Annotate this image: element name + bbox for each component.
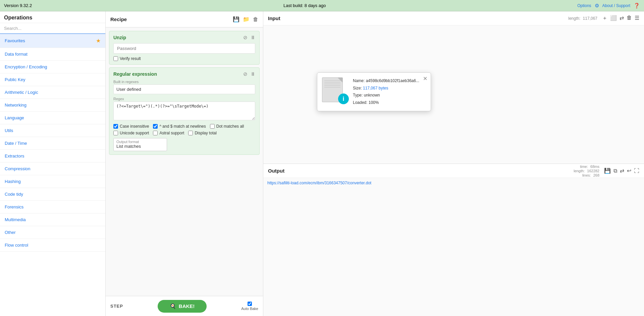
recipe-header: Recipe 💾 📁 🗑 bbox=[106, 11, 263, 27]
popup-type: Type: unknown bbox=[353, 92, 419, 99]
unicode-checkbox[interactable] bbox=[113, 131, 118, 135]
sidebar-item-forensics[interactable]: Forensics bbox=[0, 201, 105, 213]
unzip-disable-icon[interactable]: ⊘ bbox=[243, 35, 248, 41]
output-format-label: Output format bbox=[116, 140, 164, 144]
popup-close-icon[interactable]: ✕ bbox=[423, 75, 427, 82]
verify-result-checkbox[interactable] bbox=[113, 56, 118, 61]
expand-output-icon[interactable]: ⇄ bbox=[620, 168, 624, 174]
dot-all-checkbox[interactable] bbox=[210, 124, 215, 129]
recipe-body: Unzip ⊘ ⏸ Verify result Regular expr bbox=[106, 27, 263, 296]
dot-all-label: Dot matches all bbox=[216, 124, 244, 129]
sidebar-item-favourites[interactable]: Favourites★ bbox=[0, 34, 105, 48]
unicode-wrap: Unicode support bbox=[113, 131, 149, 135]
regex-actions: ⊘ ⏸ bbox=[243, 71, 255, 77]
delete-recipe-icon[interactable]: 🗑 bbox=[253, 16, 258, 22]
delete-input-icon[interactable]: 🗑 bbox=[627, 15, 632, 22]
search-input[interactable] bbox=[4, 26, 101, 31]
display-total-label: Display total bbox=[195, 131, 216, 135]
info-circle-icon: i bbox=[338, 93, 349, 104]
sidebar-item-label-other: Other bbox=[5, 230, 16, 235]
sidebar-item-extractors[interactable]: Extractors bbox=[0, 150, 105, 163]
output-title: Output bbox=[268, 168, 284, 174]
save-output-icon[interactable]: 💾 bbox=[604, 168, 611, 174]
help-icon[interactable]: ❓ bbox=[634, 3, 640, 9]
recipe-title: Recipe bbox=[110, 16, 127, 22]
case-insensitive-wrap: Case insensitive bbox=[113, 124, 149, 129]
recipe-drop-area[interactable] bbox=[109, 157, 260, 293]
sidebar-item-utils[interactable]: Utils bbox=[0, 124, 105, 137]
input-length-meta: length: 117,067 bbox=[568, 16, 597, 21]
sidebar-item-encryption-encoding[interactable]: Encryption / Encoding bbox=[0, 61, 105, 73]
sidebar-item-multimedia[interactable]: Multimedia bbox=[0, 213, 105, 226]
favourites-star-icon: ★ bbox=[96, 38, 101, 44]
sidebar-item-label-data-format: Data format bbox=[5, 52, 28, 57]
io-panel: Input length: 117,067 ＋ ⬜ ⇄ 🗑 ☰ bbox=[263, 11, 644, 316]
fullscreen-output-icon[interactable]: ⛶ bbox=[634, 168, 639, 174]
sidebar-item-label-encryption-encoding: Encryption / Encoding bbox=[5, 64, 47, 69]
output-format-value: List matches bbox=[116, 144, 164, 149]
multiline-checkbox[interactable] bbox=[153, 124, 158, 129]
expand-input-icon[interactable]: ⬜ bbox=[610, 15, 617, 22]
gear-icon[interactable]: ⚙ bbox=[595, 3, 599, 9]
regex-input[interactable]: (?<=Target\=")(.*)(?>=\"\<span style="te… bbox=[113, 102, 255, 120]
auto-bake-wrap: Auto Bake bbox=[241, 302, 258, 311]
unicode-label: Unicode support bbox=[120, 131, 149, 135]
columns-input-icon[interactable]: ☰ bbox=[635, 15, 639, 22]
astral-label: Astral support bbox=[159, 131, 184, 135]
sidebar-item-date-time[interactable]: Date / Time bbox=[0, 137, 105, 150]
popup-size-label: Size: bbox=[353, 86, 363, 90]
output-icons: 💾 ⧉ ⇄ ↩ ⛶ bbox=[604, 168, 639, 174]
sidebar-item-hashing[interactable]: Hashing bbox=[0, 175, 105, 188]
sidebar-item-label-hashing: Hashing bbox=[5, 179, 21, 184]
sidebar-item-networking[interactable]: Networking bbox=[0, 99, 105, 112]
popup-name-value: a4598c6d9bb102f1aeb36a6... bbox=[366, 78, 420, 83]
regex-pause-icon[interactable]: ⏸ bbox=[250, 71, 255, 77]
about-link[interactable]: About / Support bbox=[602, 3, 630, 8]
input-icons: ＋ ⬜ ⇄ 🗑 ☰ bbox=[602, 15, 639, 22]
sidebar-item-compression[interactable]: Compression bbox=[0, 163, 105, 175]
input-body[interactable]: i Name: a4598c6d9bb102f1aeb36a6... Size:… bbox=[263, 25, 644, 164]
step-button[interactable]: STEP bbox=[110, 304, 123, 309]
last-build-label: Last build: 8 days ago bbox=[283, 3, 326, 8]
topbar: Version 9.32.2 Last build: 8 days ago Op… bbox=[0, 0, 644, 11]
sidebar-list: Favourites★Data formatEncryption / Encod… bbox=[0, 34, 105, 316]
sidebar-item-data-format[interactable]: Data format bbox=[0, 48, 105, 61]
undo-output-icon[interactable]: ↩ bbox=[627, 168, 631, 174]
astral-checkbox[interactable] bbox=[153, 131, 158, 135]
add-input-icon[interactable]: ＋ bbox=[602, 15, 607, 22]
options-link[interactable]: Options bbox=[577, 3, 591, 8]
regex-card: Regular expression ⊘ ⏸ Built in regexes … bbox=[109, 67, 260, 155]
time-label: time: bbox=[580, 165, 588, 169]
sidebar-item-label-extractors: Extractors bbox=[5, 153, 24, 159]
unzip-password-input[interactable] bbox=[113, 43, 255, 54]
output-content: https://safiliti-load.com/ecm/ibm/316634… bbox=[267, 181, 371, 185]
save-recipe-icon[interactable]: 💾 bbox=[233, 16, 239, 22]
sidebar-item-label-networking: Networking bbox=[5, 103, 26, 108]
sidebar-item-label-compression: Compression bbox=[5, 166, 31, 171]
sidebar-item-public-key[interactable]: Public Key bbox=[0, 73, 105, 86]
popup-size-value: 117,067 bytes bbox=[363, 86, 388, 90]
sidebar-item-code-tidy[interactable]: Code tidy bbox=[0, 188, 105, 201]
open-recipe-icon[interactable]: 📁 bbox=[243, 16, 250, 22]
bake-label: BAKE! bbox=[179, 303, 195, 309]
regex-disable-icon[interactable]: ⊘ bbox=[243, 71, 248, 77]
sidebar-item-language[interactable]: Language bbox=[0, 112, 105, 124]
display-total-checkbox[interactable] bbox=[188, 131, 193, 135]
output-body[interactable]: https://safiliti-load.com/ecm/ibm/316634… bbox=[263, 178, 644, 316]
sidebar-item-label-forensics: Forensics bbox=[5, 204, 23, 209]
builtin-regexes-input[interactable] bbox=[113, 84, 255, 94]
unzip-pause-icon[interactable]: ⏸ bbox=[250, 35, 255, 41]
output-time: time: 68ms bbox=[580, 165, 599, 169]
case-insensitive-checkbox[interactable] bbox=[113, 124, 118, 129]
auto-bake-checkbox[interactable] bbox=[248, 302, 252, 306]
output-header: Output time: 68ms length: 162282 lines: bbox=[263, 164, 644, 178]
sidebar-item-other[interactable]: Other bbox=[0, 226, 105, 239]
sidebar-item-flow-control[interactable]: Flow control bbox=[0, 239, 105, 252]
builtin-regexes-field: Built in regexes bbox=[113, 80, 255, 94]
bake-button[interactable]: 🍳 BAKE! bbox=[158, 300, 207, 313]
output-header-right: time: 68ms length: 162282 lines: 268 bbox=[574, 165, 639, 177]
sidebar-item-arithmetic-logic[interactable]: Arithmetic / Logic bbox=[0, 86, 105, 99]
multiline-wrap: ^ and $ match at newlines bbox=[153, 124, 206, 129]
copy-output-icon[interactable]: ⧉ bbox=[613, 168, 617, 174]
swap-input-icon[interactable]: ⇄ bbox=[620, 15, 624, 22]
